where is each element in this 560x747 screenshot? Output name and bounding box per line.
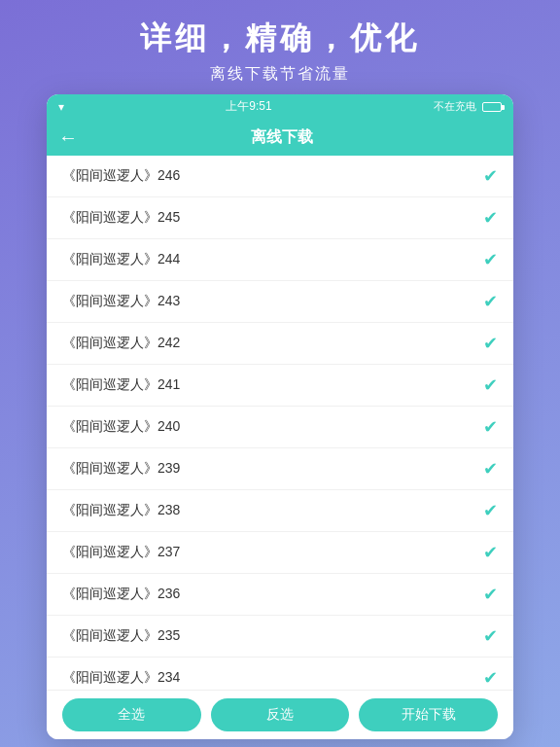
- promo-section: 详细，精确，优化 离线下载节省流量: [0, 0, 560, 94]
- wifi-icon: ▾: [58, 100, 64, 114]
- promo-subtitle: 离线下载节省流量: [0, 64, 560, 85]
- download-button[interactable]: 开始下载: [359, 698, 498, 731]
- check-icon[interactable]: ✔: [483, 416, 498, 438]
- check-icon[interactable]: ✔: [483, 165, 498, 187]
- check-icon[interactable]: ✔: [483, 625, 498, 647]
- check-icon[interactable]: ✔: [483, 207, 498, 229]
- item-text: 《阳间巡逻人》240: [62, 418, 180, 436]
- nav-bar: ← 离线下载: [47, 119, 513, 156]
- list-item[interactable]: 《阳间巡逻人》245✔: [47, 197, 513, 239]
- check-icon[interactable]: ✔: [483, 458, 498, 480]
- check-icon[interactable]: ✔: [483, 333, 498, 354]
- item-text: 《阳间巡逻人》245: [62, 209, 180, 227]
- list-item[interactable]: 《阳间巡逻人》240✔: [47, 407, 513, 448]
- invert-button[interactable]: 反选: [211, 698, 350, 731]
- list-item[interactable]: 《阳间巡逻人》244✔: [47, 239, 513, 281]
- status-left: ▾: [58, 100, 64, 114]
- list-item[interactable]: 《阳间巡逻人》234✔: [47, 658, 513, 690]
- nav-title: 离线下载: [86, 127, 478, 148]
- list-item[interactable]: 《阳间巡逻人》246✔: [47, 156, 513, 197]
- check-icon[interactable]: ✔: [483, 667, 498, 689]
- select-all-button[interactable]: 全选: [62, 698, 201, 731]
- item-text: 《阳间巡逻人》239: [62, 460, 180, 478]
- list-item[interactable]: 《阳间巡逻人》238✔: [47, 490, 513, 532]
- item-text: 《阳间巡逻人》241: [62, 376, 180, 394]
- list-item[interactable]: 《阳间巡逻人》239✔: [47, 448, 513, 490]
- item-text: 《阳间巡逻人》236: [62, 586, 180, 603]
- item-text: 《阳间巡逻人》234: [62, 669, 180, 687]
- check-icon[interactable]: ✔: [483, 374, 498, 396]
- item-text: 《阳间巡逻人》246: [62, 167, 180, 185]
- list-container: 《阳间巡逻人》246✔《阳间巡逻人》245✔《阳间巡逻人》244✔《阳间巡逻人》…: [47, 156, 513, 690]
- list-item[interactable]: 《阳间巡逻人》241✔: [47, 365, 513, 407]
- item-text: 《阳间巡逻人》235: [62, 627, 180, 645]
- charging-label: 不在充电: [434, 99, 476, 114]
- check-icon[interactable]: ✔: [483, 291, 498, 312]
- check-icon[interactable]: ✔: [483, 249, 498, 270]
- check-icon[interactable]: ✔: [483, 542, 498, 563]
- item-text: 《阳间巡逻人》243: [62, 293, 180, 310]
- item-text: 《阳间巡逻人》244: [62, 251, 180, 268]
- back-button[interactable]: ←: [58, 126, 78, 149]
- status-right: 不在充电: [434, 99, 502, 114]
- list-item[interactable]: 《阳间巡逻人》243✔: [47, 281, 513, 323]
- phone-frame: ▾ 上午9:51 不在充电 ← 离线下载 《阳间巡逻人》246✔《阳间巡逻人》2…: [47, 94, 513, 739]
- list-item[interactable]: 《阳间巡逻人》236✔: [47, 574, 513, 616]
- battery-icon: [482, 102, 502, 112]
- status-time: 上午9:51: [226, 98, 271, 115]
- list-item[interactable]: 《阳间巡逻人》237✔: [47, 532, 513, 574]
- bottom-bar: 全选 反选 开始下载: [47, 690, 513, 739]
- list-item[interactable]: 《阳间巡逻人》242✔: [47, 323, 513, 365]
- promo-title: 详细，精确，优化: [0, 18, 560, 60]
- status-bar: ▾ 上午9:51 不在充电: [47, 94, 513, 119]
- check-icon[interactable]: ✔: [483, 584, 498, 605]
- item-text: 《阳间巡逻人》238: [62, 502, 180, 519]
- item-text: 《阳间巡逻人》237: [62, 544, 180, 561]
- item-text: 《阳间巡逻人》242: [62, 335, 180, 352]
- list-item[interactable]: 《阳间巡逻人》235✔: [47, 616, 513, 658]
- check-icon[interactable]: ✔: [483, 500, 498, 521]
